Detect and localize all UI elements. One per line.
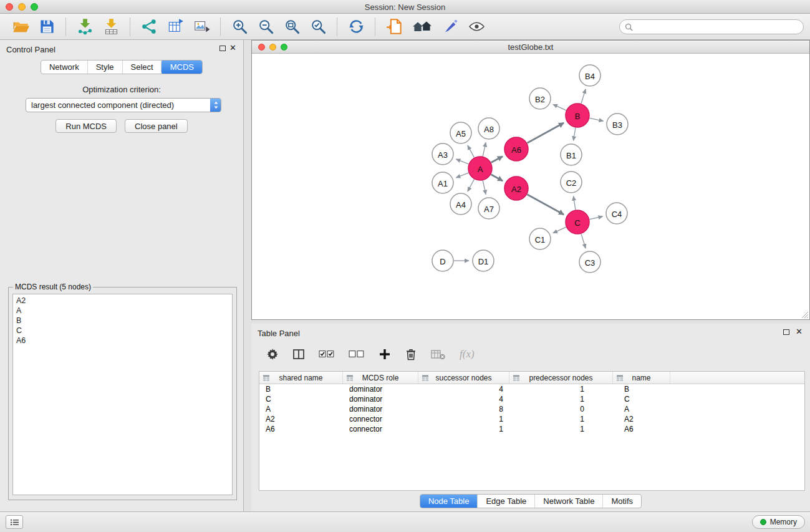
network-edge-A-A8[interactable] [483,143,486,157]
network-edge-A-A1[interactable] [456,173,469,178]
network-node-A5[interactable]: A5 [450,122,471,143]
network-edge-A6-B[interactable] [528,123,564,143]
mcds-result-item[interactable]: A6 [13,336,232,346]
table-cell[interactable]: A2 [259,414,343,424]
apply-style-button[interactable] [437,16,463,38]
table-cell[interactable]: A2 [613,414,670,424]
zoom-in-button[interactable] [226,16,253,38]
zoom-out-button[interactable] [253,16,279,38]
criterion-select[interactable]: largest connected component (directed) [26,98,221,112]
table-row[interactable]: A2connector11A2 [259,414,804,424]
network-edge-A-A5[interactable] [468,145,474,157]
zoom-selected-button[interactable] [305,16,331,38]
float-panel-icon[interactable] [783,329,789,335]
table-row[interactable]: Cdominator41C [259,394,804,404]
open-file-button[interactable] [7,16,34,38]
tab-network-table[interactable]: Network Table [534,495,602,508]
table-row[interactable]: A6connector11A6 [259,424,804,434]
table-cell[interactable]: 8 [418,404,509,414]
deselect-all-rows-button[interactable] [349,348,365,360]
show-hide-button[interactable] [463,16,489,38]
column-header-successor-nodes[interactable]: successor nodes [418,372,509,384]
network-edge-A2-C[interactable] [528,195,564,215]
mcds-result-item[interactable]: B [13,316,232,326]
table-cell[interactable]: A6 [613,424,670,434]
table-cell[interactable]: A [613,404,670,414]
table-cell[interactable]: dominator [343,394,418,404]
table-row[interactable]: Adominator80A [259,404,804,414]
close-panel-icon[interactable]: ✕ [229,43,236,53]
network-edge-A-A6[interactable] [491,157,503,163]
table-cell[interactable]: C [613,394,670,404]
refresh-layout-button[interactable] [343,16,369,38]
function-builder-button[interactable]: f(x) [460,348,475,360]
tab-node-table[interactable]: Node Table [420,494,478,508]
network-node-A1[interactable]: A1 [432,172,453,193]
table-cell[interactable]: 1 [418,414,509,424]
new-table-button[interactable] [162,16,188,38]
network-edge-A-A7[interactable] [483,181,486,195]
table-cell[interactable]: 4 [418,394,509,404]
network-node-B3[interactable]: B3 [607,114,628,135]
column-header-predecessor-nodes[interactable]: predecessor nodes [509,372,613,384]
network-node-C2[interactable]: C2 [561,172,582,193]
table-cell[interactable]: C [259,394,343,404]
tab-select[interactable]: Select [122,60,162,74]
tab-network[interactable]: Network [41,60,87,74]
table-cell[interactable]: 4 [418,384,509,394]
network-node-B4[interactable]: B4 [579,65,600,86]
network-node-D[interactable]: D [432,250,453,271]
network-node-C[interactable]: C [566,210,589,234]
network-node-A6[interactable]: A6 [504,137,528,161]
network-edge-C-C1[interactable] [553,227,566,233]
network-node-C4[interactable]: C4 [606,203,627,224]
network-node-D1[interactable]: D1 [473,250,494,271]
tab-style[interactable]: Style [87,60,122,74]
network-edge-B-B2[interactable] [553,104,566,110]
network-edge-B-B4[interactable] [581,89,586,104]
new-network-button[interactable] [136,16,162,38]
table-cell[interactable]: dominator [343,384,418,394]
zoom-fit-button[interactable] [279,16,305,38]
mcds-result-item[interactable]: A2 [13,296,232,306]
column-header-mcds-role[interactable]: MCDS role [343,372,418,384]
resize-grip-icon[interactable] [801,311,809,319]
table-cell[interactable]: connector [343,414,418,424]
save-session-button[interactable] [34,16,60,38]
network-node-A4[interactable]: A4 [450,193,471,215]
table-cell[interactable]: 1 [509,384,613,394]
tab-motifs[interactable]: Motifs [602,495,641,508]
mcds-result-item[interactable]: A [13,306,232,316]
table-cell[interactable]: A6 [259,424,343,434]
network-edge-B-B3[interactable] [590,118,604,121]
network-node-B[interactable]: B [566,104,589,127]
close-panel-button[interactable]: Close panel [125,119,188,133]
network-canvas[interactable]: B4B2BB3A5A8A6B1A3AA1C2A2A4A7C4CC1C3DD1 [252,54,809,319]
add-column-button[interactable] [378,348,391,360]
table-cell[interactable]: B [613,384,670,394]
network-node-A2[interactable]: A2 [504,177,528,200]
run-mcds-button[interactable]: Run MCDS [55,119,117,133]
search-field[interactable] [619,19,804,34]
memory-button[interactable]: Memory [752,515,805,529]
network-edge-C-C4[interactable] [590,216,603,220]
import-network-button[interactable] [72,16,98,38]
search-input[interactable] [636,22,798,31]
network-node-A7[interactable]: A7 [478,198,499,219]
close-panel-icon[interactable]: ✕ [796,327,803,337]
network-edge-C-C2[interactable] [574,196,576,210]
network-edge-A-A4[interactable] [468,180,474,191]
show-columns-button[interactable] [292,348,305,360]
network-edge-B-B1[interactable] [574,128,576,141]
table-cell[interactable]: 1 [418,424,509,434]
table-cell[interactable]: 1 [509,424,613,434]
table-cell[interactable]: B [259,384,343,394]
network-node-C1[interactable]: C1 [529,228,551,249]
table-cell[interactable]: connector [343,424,418,434]
network-node-C3[interactable]: C3 [579,251,600,273]
home-layout-button[interactable] [407,16,437,38]
network-node-A3[interactable]: A3 [432,143,453,165]
column-header-shared-name[interactable]: shared name [259,372,343,384]
table-settings-button[interactable] [266,348,279,360]
table-cell[interactable]: dominator [343,404,418,414]
